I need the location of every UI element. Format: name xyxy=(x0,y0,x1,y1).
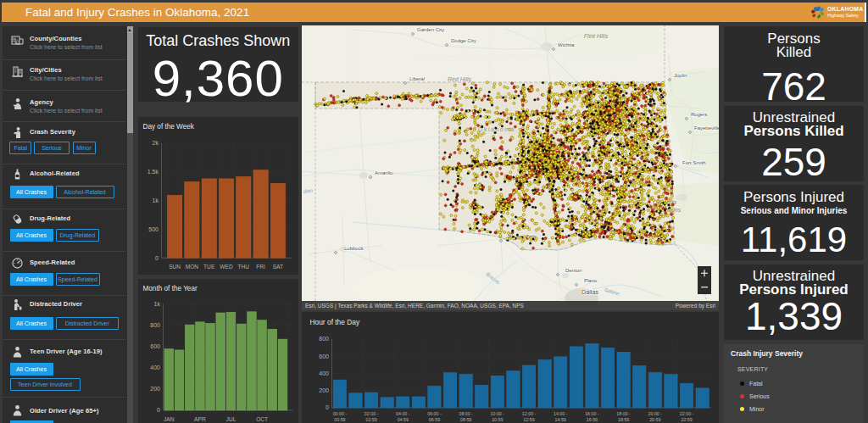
svg-text:TUE: TUE xyxy=(203,264,215,270)
svg-text:400: 400 xyxy=(150,365,160,370)
svg-text:Month of the Year: Month of the Year xyxy=(143,285,198,292)
svg-text:00:00 -: 00:00 - xyxy=(333,411,348,416)
svg-text:MON: MON xyxy=(186,264,199,270)
svg-text:06:59: 06:59 xyxy=(429,417,440,422)
svg-text:04:00 -: 04:00 - xyxy=(396,411,410,416)
svg-text:0: 0 xyxy=(157,407,160,413)
svg-text:Amarillo: Amarillo xyxy=(375,170,393,175)
svg-text:04:59: 04:59 xyxy=(398,417,409,422)
svg-text:Rogers: Rogers xyxy=(691,112,707,117)
svg-text:Lubbock: Lubbock xyxy=(344,246,364,251)
svg-text:1.5k: 1.5k xyxy=(147,169,159,175)
svg-text:400: 400 xyxy=(319,370,329,376)
svg-text:06:00 -: 06:00 - xyxy=(427,411,442,416)
svg-text:18:00 -: 18:00 - xyxy=(616,411,631,416)
svg-text:08:00 -: 08:00 - xyxy=(459,411,473,416)
svg-text:Hour of the Day: Hour of the Day xyxy=(310,318,360,326)
svg-text:800: 800 xyxy=(319,336,329,342)
svg-text:02:00 -: 02:00 - xyxy=(364,411,379,416)
svg-text:10:59: 10:59 xyxy=(492,417,503,422)
svg-text:Liberal: Liberal xyxy=(409,76,425,81)
svg-text:600: 600 xyxy=(150,343,160,349)
svg-text:Denton: Denton xyxy=(565,268,581,273)
svg-text:2k: 2k xyxy=(153,140,159,146)
svg-text:Plano: Plano xyxy=(584,278,598,283)
svg-text:0: 0 xyxy=(326,404,329,410)
svg-text:Dallas: Dallas xyxy=(581,288,598,296)
svg-text:16:59: 16:59 xyxy=(587,417,598,422)
svg-text:22:59: 22:59 xyxy=(681,417,692,422)
svg-text:14:59: 14:59 xyxy=(555,417,566,422)
svg-text:600: 600 xyxy=(319,353,329,359)
svg-text:02:59: 02:59 xyxy=(365,417,376,422)
svg-text:Joplin: Joplin xyxy=(674,73,687,78)
svg-text:18:59: 18:59 xyxy=(618,417,629,422)
svg-text:12:00 -: 12:00 - xyxy=(522,411,537,416)
svg-text:Day of the Week: Day of the Week xyxy=(143,123,195,131)
svg-text:16:00 -: 16:00 - xyxy=(585,411,599,416)
svg-text:800: 800 xyxy=(150,322,160,328)
svg-text:200: 200 xyxy=(150,386,160,392)
svg-text:SAT: SAT xyxy=(273,264,283,270)
svg-text:WED: WED xyxy=(220,264,233,270)
svg-text:OCT: OCT xyxy=(256,416,268,422)
svg-text:Garden City: Garden City xyxy=(417,27,444,32)
svg-text:22:00 -: 22:00 - xyxy=(680,411,694,416)
svg-text:0: 0 xyxy=(155,254,159,260)
svg-text:APR: APR xyxy=(194,416,206,422)
svg-text:JAN: JAN xyxy=(164,416,175,422)
svg-text:Red Hills: Red Hills xyxy=(448,76,472,82)
svg-text:08:59: 08:59 xyxy=(460,417,471,422)
svg-text:14:00 -: 14:00 - xyxy=(554,411,568,416)
svg-text:Dodge City: Dodge City xyxy=(451,38,476,43)
svg-text:10:00 -: 10:00 - xyxy=(491,411,505,416)
svg-text:500: 500 xyxy=(148,225,159,231)
svg-text:Fayetteville: Fayetteville xyxy=(694,125,719,131)
svg-text:Wichita: Wichita xyxy=(558,42,575,47)
svg-text:00:59: 00:59 xyxy=(334,417,345,422)
svg-text:Fort Smith: Fort Smith xyxy=(682,160,706,165)
svg-text:20:59: 20:59 xyxy=(649,417,660,422)
svg-text:Esri, USGS | Texas Parks & Wil: Esri, USGS | Texas Parks & Wildlife, Esr… xyxy=(305,303,525,309)
svg-text:200: 200 xyxy=(319,387,329,393)
svg-text:FRI: FRI xyxy=(256,264,265,270)
svg-text:JUL: JUL xyxy=(226,416,236,422)
svg-text:1k: 1k xyxy=(153,197,159,203)
svg-text:Flint Hills: Flint Hills xyxy=(584,33,609,39)
svg-text:THU: THU xyxy=(238,264,250,270)
svg-text:12:59: 12:59 xyxy=(523,417,534,422)
svg-text:20:00 -: 20:00 - xyxy=(648,411,663,416)
svg-text:SUN: SUN xyxy=(169,264,181,270)
svg-text:1k: 1k xyxy=(154,301,161,307)
svg-text:Powered by Esri: Powered by Esri xyxy=(676,303,715,309)
